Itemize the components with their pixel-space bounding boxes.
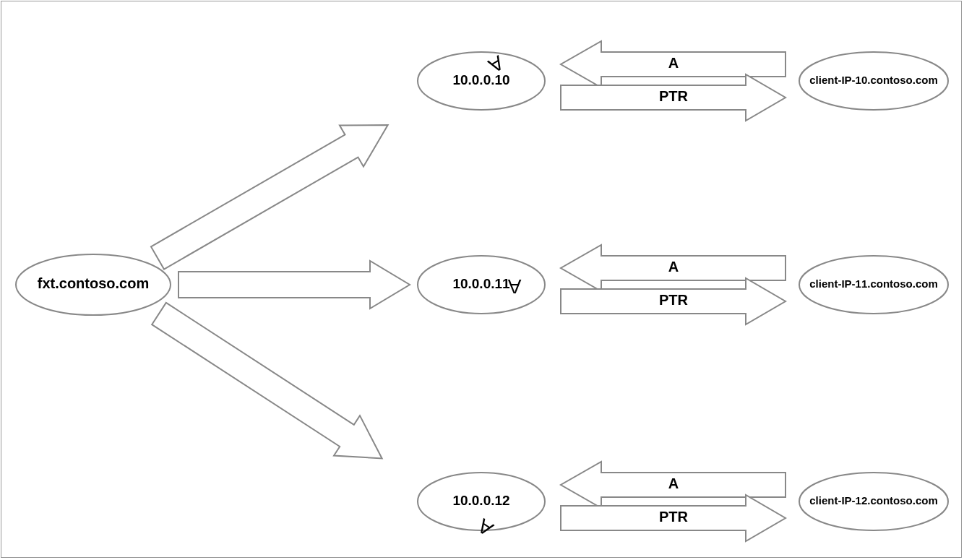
arrow-ip-to-client-1-label: PTR [659,292,689,308]
arrow-ip-to-client-2-label: PTR [659,509,689,525]
arrow-client-to-ip-2-label: A [668,475,679,491]
source-node-label: fxt.contoso.com [38,275,149,291]
svg-marker-2 [146,293,395,478]
ip-node-1-label: 10.0.0.11 [452,276,510,291]
client-node-1-label: client-IP-11.contoso.com [809,277,938,290]
svg-marker-1 [178,261,410,309]
diagram-frame: fxt.contoso.com 10.0.0.10 10.0.0.11 10.0… [1,1,962,558]
arrow-client-to-ip-0-label: A [668,55,679,71]
arrow-source-to-ip-1-label: A [508,275,522,298]
client-node-0-label: client-IP-10.contoso.com [809,74,938,86]
dns-diagram: fxt.contoso.com 10.0.0.10 10.0.0.11 10.0… [1,1,963,559]
arrow-client-to-ip-1-label: A [668,259,679,275]
client-node-2-label: client-IP-12.contoso.com [809,494,938,507]
svg-marker-0 [146,104,400,278]
arrow-ip-to-client-0-label: PTR [659,88,689,104]
ip-node-2-label: 10.0.0.12 [452,493,509,508]
